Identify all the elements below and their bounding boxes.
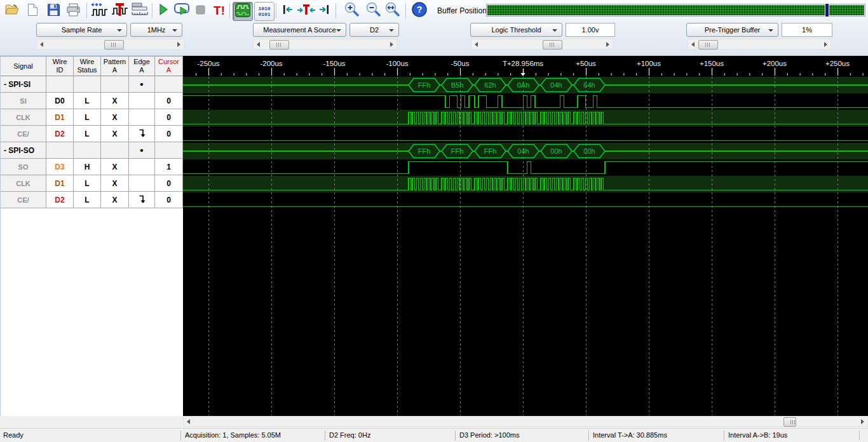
cursor-a-cell[interactable]: 1: [155, 159, 183, 175]
sample-rate-slider[interactable]: [36, 39, 184, 50]
pre-trigger-buffer-slider[interactable]: [688, 39, 831, 50]
slider-left-arrow[interactable]: [40, 42, 43, 47]
signal-name-cell[interactable]: - SPI-SI: [1, 76, 46, 93]
open-file-button[interactable]: [4, 2, 20, 20]
waveform-canvas[interactable]: -250us-200us-150us-100us-50usT+28.956ms+…: [183, 56, 868, 416]
goto-start-button[interactable]: [281, 2, 295, 20]
zoom-out-button[interactable]: [365, 2, 383, 20]
sample-rate-dropdown[interactable]: Sample Rate: [36, 23, 127, 37]
edge-a-cell[interactable]: [129, 175, 155, 192]
signal-name-cell[interactable]: CLK: [1, 175, 46, 192]
sample-rate-value-dropdown[interactable]: 1MHz: [130, 23, 182, 37]
wire-id-cell[interactable]: D2: [46, 126, 74, 142]
signal-name-cell[interactable]: SO: [1, 159, 46, 175]
trigger-settings-button[interactable]: [111, 2, 128, 20]
start-capture-button[interactable]: [156, 2, 170, 20]
slider-left-arrow[interactable]: [475, 42, 478, 47]
wire-status-cell[interactable]: L: [74, 175, 101, 192]
pattern-a-cell[interactable]: X: [101, 109, 129, 126]
cursor-a-cell[interactable]: 0: [155, 192, 183, 208]
cursor-a-cell[interactable]: 0: [155, 93, 183, 109]
state-view-button[interactable]: 1010 0101: [254, 2, 275, 21]
help-button[interactable]: ?: [410, 2, 428, 20]
wire-status-cell[interactable]: [74, 142, 101, 159]
slider-thumb[interactable]: [269, 40, 289, 50]
edge-a-cell[interactable]: [129, 159, 155, 175]
pattern-a-cell[interactable]: X: [101, 159, 129, 175]
pattern-a-cell[interactable]: X: [101, 192, 129, 208]
waveform-view-button[interactable]: [233, 2, 253, 21]
signal-name-cell[interactable]: SI: [1, 93, 46, 109]
slider-right-arrow[interactable]: [177, 42, 180, 47]
wire-status-cell[interactable]: L: [74, 109, 101, 126]
slider-thumb[interactable]: [698, 40, 718, 50]
edge-a-cell[interactable]: [129, 93, 155, 109]
cursor-a-cell[interactable]: 0: [155, 175, 183, 192]
slider-thumb[interactable]: [104, 40, 124, 50]
wire-status-cell[interactable]: H: [74, 159, 101, 175]
measurement-a-slider[interactable]: [253, 39, 397, 50]
cursor-a-cell[interactable]: [155, 76, 183, 93]
slider-right-arrow[interactable]: [606, 42, 609, 47]
stop-capture-button[interactable]: [194, 2, 206, 20]
zoom-fit-button[interactable]: [384, 2, 402, 20]
signal-name-cell[interactable]: CE/: [1, 126, 46, 142]
wire-status-cell[interactable]: L: [74, 93, 101, 109]
logic-threshold-slider[interactable]: [471, 39, 613, 50]
acquisition-settings-button[interactable]: [90, 2, 108, 20]
wire-status-cell[interactable]: L: [74, 126, 101, 142]
cursor-a-cell[interactable]: 0: [155, 126, 183, 142]
new-file-button[interactable]: [26, 2, 39, 20]
buffer-position-marker[interactable]: [825, 4, 829, 17]
repeat-capture-button[interactable]: [173, 2, 192, 20]
edge-a-cell[interactable]: [129, 109, 155, 126]
scrollbar-left-arrow[interactable]: [187, 419, 190, 424]
wire-id-cell[interactable]: D1: [46, 175, 74, 192]
wire-id-cell[interactable]: D3: [46, 159, 74, 175]
pattern-a-cell[interactable]: [101, 76, 129, 93]
pattern-a-cell[interactable]: X: [101, 126, 129, 142]
cursor-a-cell[interactable]: 0: [155, 109, 183, 126]
goto-trigger-button[interactable]: [296, 2, 316, 20]
measurement-a-source-value-dropdown[interactable]: D2: [349, 23, 399, 37]
zoom-in-button[interactable]: [343, 2, 361, 20]
pattern-a-cell[interactable]: [101, 142, 129, 159]
waveform-horizontal-scrollbar[interactable]: [183, 416, 868, 427]
pattern-a-cell[interactable]: X: [101, 93, 129, 109]
buffer-position-bar[interactable]: [486, 4, 865, 17]
wire-id-cell[interactable]: [46, 142, 74, 159]
cursor-a-cell[interactable]: [155, 142, 183, 159]
slider-left-arrow[interactable]: [691, 42, 695, 47]
edge-a-cell[interactable]: [129, 126, 155, 142]
wire-status-cell[interactable]: [74, 76, 101, 93]
pattern-a-cell[interactable]: X: [101, 175, 129, 192]
signal-name-cell[interactable]: CLK: [1, 109, 46, 126]
slider-right-arrow[interactable]: [390, 42, 393, 47]
wire-id-cell[interactable]: D1: [46, 109, 74, 126]
edge-a-cell[interactable]: •: [129, 142, 155, 159]
save-button[interactable]: [46, 2, 61, 20]
logic-threshold-value-field[interactable]: 1.00v: [566, 23, 615, 37]
measurements-button[interactable]: [131, 2, 149, 20]
scrollbar-thumb[interactable]: [783, 417, 796, 427]
pre-trigger-buffer-dropdown[interactable]: Pre-Trigger Buffer: [686, 23, 778, 37]
wire-id-cell[interactable]: D0: [46, 93, 74, 109]
logic-threshold-dropdown[interactable]: Logic Threshold: [470, 23, 562, 37]
measurement-a-source-dropdown[interactable]: Measurement A Source: [253, 23, 346, 37]
goto-end-button[interactable]: [317, 2, 331, 20]
wire-id-cell[interactable]: [46, 76, 74, 93]
zoom-fit-icon: [384, 1, 401, 20]
pre-trigger-buffer-value-field[interactable]: 1%: [782, 23, 832, 37]
slider-right-arrow[interactable]: [824, 42, 827, 47]
signal-name-cell[interactable]: - SPI-SO: [1, 142, 46, 159]
edge-a-cell[interactable]: [129, 192, 155, 208]
wire-id-cell[interactable]: D2: [46, 192, 74, 208]
force-trigger-button[interactable]: T!: [211, 2, 227, 20]
scrollbar-right-arrow[interactable]: [861, 419, 864, 424]
signal-name-cell[interactable]: CE/: [1, 192, 46, 208]
edge-a-cell[interactable]: •: [129, 76, 155, 93]
wire-status-cell[interactable]: L: [74, 192, 101, 208]
print-button[interactable]: [65, 2, 81, 20]
slider-left-arrow[interactable]: [257, 42, 260, 47]
slider-thumb[interactable]: [543, 40, 562, 50]
